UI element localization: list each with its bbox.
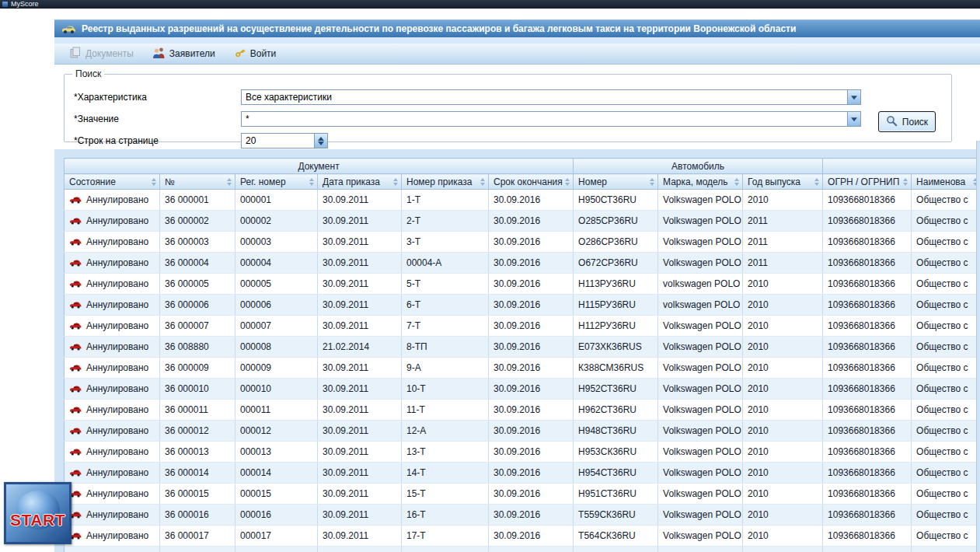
vertical-scrollbar[interactable] — [976, 141, 980, 552]
table-cell: Volkswagen POLO — [658, 253, 743, 274]
column-header[interactable]: Состояние — [65, 174, 160, 190]
table-cell: 30.09.2016 — [489, 274, 574, 295]
table-cell: 36 008880 — [160, 337, 235, 358]
login-button[interactable]: Войти — [228, 44, 285, 65]
up-down-arrows-icon[interactable] — [314, 134, 327, 148]
table-cell: 000006 — [235, 295, 318, 316]
table-cell: Т567СК36RU — [574, 547, 658, 552]
start-shortcut-label: START — [6, 511, 69, 529]
column-header-label: Дата приказа — [323, 176, 380, 187]
table-area: ДокументАвтомобиль Состояние№Рег. номерД… — [54, 149, 980, 552]
table-row[interactable]: Аннулировано36 00000100000130.09.20111-Т… — [65, 190, 980, 211]
search-button[interactable]: Поиск — [878, 111, 936, 132]
table-row[interactable]: Аннулировано36 00000500000530.09.20115-Т… — [65, 274, 980, 295]
table-cell: Аннулировано — [65, 316, 160, 337]
table-cell: 30.09.2016 — [489, 358, 574, 379]
column-header[interactable]: Год выпуска — [743, 174, 823, 190]
table-cell: 000003 — [235, 232, 318, 253]
table-cell: Volkswagen POLO — [658, 190, 743, 211]
table-cell: 30.09.2016 — [489, 232, 574, 253]
table-row[interactable]: Аннулировано36 00001700001730.09.201117-… — [65, 526, 980, 547]
table-row[interactable]: Аннулировано36 00001000001030.09.201110-… — [65, 379, 980, 400]
table-cell: Аннулировано — [65, 295, 160, 316]
table-cell: 2010 — [743, 358, 823, 379]
table-cell: 30.09.2016 — [489, 547, 574, 552]
table-cell: 8-ТП — [402, 337, 489, 358]
table-cell: 1093668018366 — [823, 211, 912, 232]
column-header[interactable]: Срок окончания — [489, 174, 574, 190]
table-cell: 30.09.2011 — [318, 526, 402, 547]
sort-icon[interactable] — [480, 178, 486, 186]
applicants-button[interactable]: Заявители — [147, 44, 224, 64]
table-cell: 36 000007 — [160, 316, 235, 337]
table-cell: 000001 — [235, 190, 318, 211]
sort-icon[interactable] — [903, 178, 909, 186]
table-row[interactable]: Аннулировано36 00000600000630.09.20116-Т… — [65, 295, 980, 316]
table-cell: Н951СТ36RU — [574, 484, 658, 505]
sort-icon[interactable] — [734, 178, 740, 186]
table-cell: 36 000013 — [160, 442, 235, 463]
table-row[interactable]: Аннулировано36 00001500001530.09.201115-… — [65, 484, 980, 505]
table-cell: 1093668018366 — [823, 190, 912, 211]
table-cell: 30.09.2016 — [489, 400, 574, 421]
table-row[interactable]: Аннулировано36 00001400001430.09.201114-… — [65, 463, 980, 484]
table-row[interactable]: Аннулировано36 00888000000821.02.20148-Т… — [65, 337, 980, 358]
table-row[interactable]: Аннулировано36 00001100001130.09.201111-… — [65, 400, 980, 421]
chevron-down-icon[interactable] — [847, 112, 860, 126]
search-fieldset: Поиск *Характеристика Все характеристики… — [64, 68, 952, 142]
table-cell: 16-Т — [402, 505, 489, 526]
table-row[interactable]: Аннулировано36 00001300001330.09.201113-… — [65, 442, 980, 463]
sort-icon[interactable] — [152, 178, 157, 186]
characteristic-select[interactable]: Все характеристики — [241, 89, 861, 105]
table-row[interactable]: Аннулировано36 00001800001830.09.201118-… — [65, 547, 980, 552]
status-label: Аннулировано — [86, 362, 148, 373]
column-header[interactable]: Номер — [574, 174, 658, 190]
table-cell: 36 000018 — [160, 547, 235, 552]
table-row[interactable]: Аннулировано36 00000200000230.09.20112-Т… — [65, 211, 980, 232]
table-cell: 2010 — [743, 379, 823, 400]
table-cell: 1093668018366 — [823, 484, 912, 505]
table-row[interactable]: Аннулировано36 00000700000730.09.20117-Т… — [65, 316, 980, 337]
column-header-label: Рег. номер — [240, 176, 286, 187]
column-header[interactable]: Дата приказа — [318, 174, 402, 190]
table-cell: Общество с — [912, 463, 980, 484]
magnifier-icon — [886, 115, 898, 129]
sort-icon[interactable] — [309, 178, 315, 186]
value-select[interactable]: * — [241, 111, 861, 127]
sort-icon[interactable] — [650, 178, 655, 186]
table-row[interactable]: Аннулировано36 00001600001630.09.201116-… — [65, 505, 980, 526]
table-cell: 36 000017 — [160, 526, 235, 547]
table-cell: Общество с — [912, 400, 980, 421]
status-label: Аннулировано — [86, 467, 148, 478]
table-cell: 30.09.2011 — [318, 232, 402, 253]
table-cell: Общество с — [912, 505, 980, 526]
column-header[interactable]: № — [160, 174, 235, 190]
characteristic-select-value: Все характеристики — [242, 90, 847, 104]
sort-icon[interactable] — [565, 178, 570, 186]
column-header[interactable]: Марка, модель — [658, 174, 743, 190]
sort-icon[interactable] — [814, 178, 820, 186]
table-cell: 1093668018366 — [823, 253, 912, 274]
red-car-icon — [69, 406, 82, 414]
status-label: Аннулировано — [86, 194, 148, 205]
documents-icon — [69, 47, 82, 61]
chevron-down-icon[interactable] — [847, 90, 860, 104]
table-row[interactable]: Аннулировано36 00000900000930.09.20119-А… — [65, 358, 980, 379]
app-window: Реестр выданных разрешений на осуществле… — [54, 9, 980, 552]
start-shortcut[interactable]: START — [4, 482, 71, 544]
table-cell: 3-Т — [402, 232, 489, 253]
table-group-header-row: ДокументАвтомобиль — [65, 159, 980, 174]
table-cell: Volkswagen POLO — [658, 505, 743, 526]
rows-per-page-stepper[interactable]: 20 — [241, 133, 328, 148]
column-header[interactable]: Рег. номер — [235, 174, 318, 190]
table-row[interactable]: Аннулировано36 00000300000330.09.20113-Т… — [65, 232, 980, 253]
search-button-label: Поиск — [902, 117, 928, 128]
column-header[interactable]: ОГРН / ОГРНИП — [823, 174, 912, 190]
sort-icon[interactable] — [393, 178, 399, 186]
column-header[interactable]: Номер приказа — [402, 174, 489, 190]
sort-icon[interactable] — [227, 178, 232, 186]
table-cell: Общество с — [912, 274, 980, 295]
table-row[interactable]: Аннулировано36 00001200001230.09.201112-… — [65, 421, 980, 442]
table-row[interactable]: Аннулировано36 00000400000430.09.2011000… — [65, 253, 980, 274]
column-header[interactable]: Наименова — [912, 174, 980, 190]
